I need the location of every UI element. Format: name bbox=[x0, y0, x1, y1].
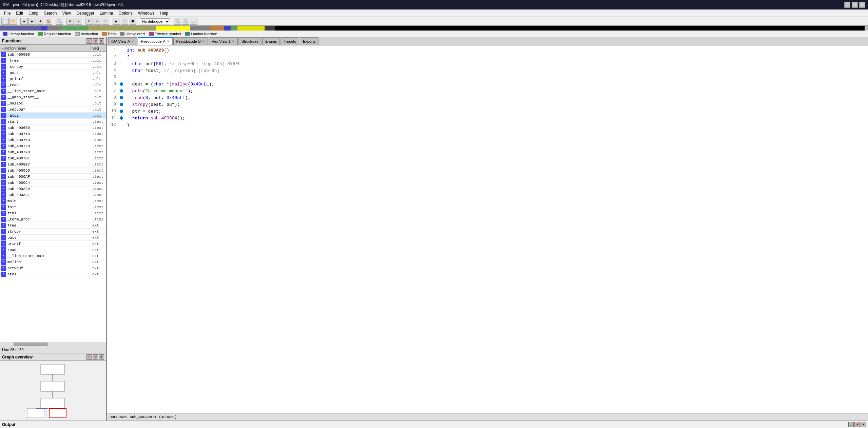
func-row[interactable]: f_term_proc.fini bbox=[0, 216, 106, 222]
tb-home[interactable]: 🏠 bbox=[45, 18, 52, 25]
tb-zoom-in[interactable]: 🔍 bbox=[174, 18, 181, 25]
func-row[interactable]: f_strcpy.plt bbox=[0, 64, 106, 70]
tb-debug-pause[interactable]: ⏸ bbox=[121, 18, 128, 25]
func-row[interactable]: f_puts.plt bbox=[0, 70, 106, 76]
menu-file[interactable]: File bbox=[1, 10, 13, 16]
functions-pin-btn[interactable]: 📌 bbox=[93, 38, 98, 44]
tb-debug-stop[interactable]: ⏹ bbox=[129, 18, 136, 25]
output-pin-btn[interactable]: 📌 bbox=[854, 422, 860, 427]
func-row[interactable]: ffreeext bbox=[0, 222, 106, 229]
func-row[interactable]: fsub_40079D.text bbox=[0, 149, 106, 155]
func-row[interactable]: f__gmon_start__.plt bbox=[0, 94, 106, 100]
tab-pseudocode-b[interactable]: Pseudocode-B ✕ bbox=[173, 37, 208, 45]
tb-ref[interactable]: ⚙ bbox=[66, 18, 74, 25]
tb-xref[interactable]: ↗ bbox=[75, 18, 82, 25]
tab-hex-view-1-close[interactable]: ✕ bbox=[232, 40, 235, 43]
func-row[interactable]: fsub_400A29.text bbox=[0, 186, 106, 192]
tab-ida-view-a-close[interactable]: ✕ bbox=[131, 40, 134, 43]
tab-hex-view-1[interactable]: Hex View-1 ✕ bbox=[209, 37, 238, 45]
func-row[interactable]: fprintfext bbox=[0, 241, 106, 247]
minimize-button[interactable]: ─ bbox=[844, 2, 850, 8]
func-row[interactable]: f_printf.plt bbox=[0, 76, 106, 82]
tab-imports[interactable]: Imports bbox=[281, 37, 299, 45]
func-row[interactable]: f_read.plt bbox=[0, 82, 106, 88]
line-dot-11 bbox=[119, 116, 124, 120]
tab-ida-view-a[interactable]: IDA View-A ✕ bbox=[108, 37, 137, 45]
func-row[interactable]: freadext bbox=[0, 247, 106, 253]
func-row[interactable]: f__libc_start_mainext bbox=[0, 253, 106, 259]
tb-zoom-out[interactable]: 🔍 bbox=[182, 18, 189, 25]
menu-debugger[interactable]: Debugger bbox=[74, 10, 97, 16]
func-row[interactable]: fsetvbufext bbox=[0, 265, 106, 271]
func-row[interactable]: finit.text bbox=[0, 204, 106, 210]
code-area[interactable]: 1 int sub_400A29() 2 { 3 char buf[56]; /… bbox=[107, 45, 868, 413]
func-row[interactable]: fsub_400600.plt bbox=[0, 52, 106, 58]
func-row[interactable]: fatoiext bbox=[0, 271, 106, 277]
func-row[interactable]: fsub_400A8E.text bbox=[0, 192, 106, 198]
func-scrollbar-thumb[interactable] bbox=[14, 343, 47, 346]
maximize-button[interactable]: □ bbox=[852, 2, 858, 8]
func-row[interactable]: f_setvbuf.plt bbox=[0, 106, 106, 113]
func-row[interactable]: f_malloc.plt bbox=[0, 100, 106, 106]
func-row[interactable]: fputsext bbox=[0, 235, 106, 241]
functions-close-btn[interactable]: ✕ bbox=[99, 38, 104, 44]
tb-debug-start[interactable]: ▶ bbox=[113, 18, 120, 25]
func-row[interactable]: fsub_400710.text bbox=[0, 131, 106, 137]
func-row[interactable]: fsub_4008B7.text bbox=[0, 161, 106, 168]
tb-back[interactable]: ◀ bbox=[20, 18, 28, 25]
tab-exports[interactable]: Exports bbox=[300, 37, 319, 45]
graph-pin-btn[interactable]: 📌 bbox=[93, 354, 98, 360]
tb-c[interactable]: C bbox=[102, 18, 109, 25]
close-button[interactable]: ✕ bbox=[859, 2, 865, 8]
menu-help[interactable]: Help bbox=[157, 10, 171, 16]
func-row[interactable]: f_atoi.plt bbox=[0, 113, 106, 119]
func-scroll-area[interactable]: fsub_400600.pltf_free.pltf_strcpy.pltf_p… bbox=[0, 52, 106, 342]
func-name-cell: init bbox=[7, 205, 91, 209]
menu-edit[interactable]: Edit bbox=[13, 10, 26, 16]
tb-hex[interactable]: H bbox=[85, 18, 93, 25]
func-row[interactable]: fsub_4007DF.text bbox=[0, 155, 106, 161]
tb-open[interactable]: 📂 bbox=[9, 18, 17, 25]
output-close-btn[interactable]: ✕ bbox=[861, 422, 866, 427]
menu-search[interactable]: Search bbox=[41, 10, 59, 16]
menu-view[interactable]: View bbox=[59, 10, 74, 16]
func-row[interactable]: fmallocext bbox=[0, 259, 106, 265]
func-row[interactable]: fstrcpyext bbox=[0, 229, 106, 235]
tab-enums[interactable]: Enums bbox=[262, 37, 280, 45]
func-icon: f bbox=[1, 174, 6, 179]
graph-close-btn[interactable]: ✕ bbox=[99, 354, 104, 360]
tab-pseudocode-b-close[interactable]: ✕ bbox=[202, 40, 205, 43]
func-row[interactable]: f__libc_start_main.plt bbox=[0, 88, 106, 94]
func-scrollbar-bottom[interactable] bbox=[0, 342, 106, 346]
nav-bar[interactable] bbox=[0, 26, 868, 31]
tb-asm[interactable]: A bbox=[94, 18, 101, 25]
tb-forward[interactable]: ▶ bbox=[28, 18, 36, 25]
tb-graph[interactable]: 📊 bbox=[190, 18, 197, 25]
func-row[interactable]: ffini.text bbox=[0, 210, 106, 216]
func-row[interactable]: fsub_400770.text bbox=[0, 143, 106, 149]
func-row[interactable]: f_free.plt bbox=[0, 58, 106, 64]
menu-jump[interactable]: Jump bbox=[26, 10, 41, 16]
menu-options[interactable]: Options bbox=[116, 10, 135, 16]
func-row[interactable]: fmain.text bbox=[0, 198, 106, 204]
tab-structures[interactable]: Structures bbox=[238, 37, 262, 45]
func-row[interactable]: fstart.text bbox=[0, 119, 106, 125]
tab-pseudocode-a[interactable]: Pseudocode-A ✕ bbox=[138, 37, 172, 45]
output-float-btn[interactable]: □ bbox=[848, 422, 854, 427]
graph-float-btn[interactable]: □ bbox=[86, 354, 92, 360]
func-row[interactable]: fsub_4006E0.text bbox=[0, 125, 106, 131]
menu-windows[interactable]: Windows bbox=[135, 10, 157, 16]
menu-lumina[interactable]: Lumina bbox=[97, 10, 116, 16]
func-row[interactable]: fsub_400750.text bbox=[0, 137, 106, 143]
tab-pseudocode-a-label: Pseudocode-A bbox=[141, 39, 165, 43]
tb-new[interactable]: 📄 bbox=[1, 18, 9, 25]
tb-search[interactable]: 🔍 bbox=[56, 18, 63, 25]
functions-float-btn[interactable]: □ bbox=[86, 38, 92, 44]
func-icon: f bbox=[1, 217, 6, 222]
tb-up[interactable]: ▲ bbox=[37, 18, 44, 25]
func-row[interactable]: fsub_4009AF.text bbox=[0, 174, 106, 180]
func-row[interactable]: fsub_40096D.text bbox=[0, 168, 106, 174]
debugger-select[interactable]: No debugger bbox=[140, 18, 170, 24]
func-row[interactable]: fsub_4009C4.text bbox=[0, 180, 106, 186]
tab-pseudocode-a-close[interactable]: ✕ bbox=[167, 40, 170, 43]
